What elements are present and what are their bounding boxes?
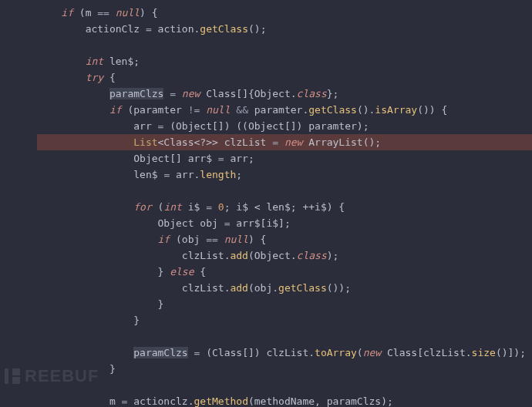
code-line: try { [37, 69, 532, 86]
code-line: } else { [37, 264, 532, 280]
code-line [37, 183, 532, 199]
code-line [37, 328, 532, 345]
code-line: if (obj == null) { [37, 231, 532, 247]
code-line: if (paramter != null && paramter.getClas… [37, 102, 532, 118]
code-line: } [37, 296, 532, 312]
code-line: arr = (Object[]) ((Object[]) paramter); [37, 118, 532, 134]
code-line: m = actionclz.getMethod(methodName, para… [37, 393, 532, 407]
code-line: clzList.add(Object.class); [37, 247, 532, 264]
code-line [37, 377, 532, 393]
code-line: Object[] arr$ = arr; [37, 150, 532, 166]
code-line: } [37, 361, 532, 377]
code-line: paramClzs = new Class[]{Object.class}; [37, 86, 532, 102]
code-line-highlighted: List<Class<?>> clzList = new ArrayList()… [37, 134, 532, 150]
code-line [37, 37, 532, 53]
code-line: len$ = arr.length; [37, 166, 532, 183]
code-line: actionClz = action.getClass(); [37, 21, 532, 37]
code-editor[interactable]: if (m == null) { actionClz = action.getC… [0, 0, 532, 407]
code-line: clzList.add(obj.getClass()); [37, 280, 532, 296]
code-line: for (int i$ = 0; i$ < len$; ++i$) { [37, 199, 532, 215]
code-line: paramClzs = (Class[]) clzList.toArray(ne… [37, 345, 532, 361]
code-line: int len$; [37, 53, 532, 69]
code-line: Object obj = arr$[i$]; [37, 215, 532, 231]
code-line: if (m == null) { [37, 5, 532, 21]
code-line: } [37, 312, 532, 328]
